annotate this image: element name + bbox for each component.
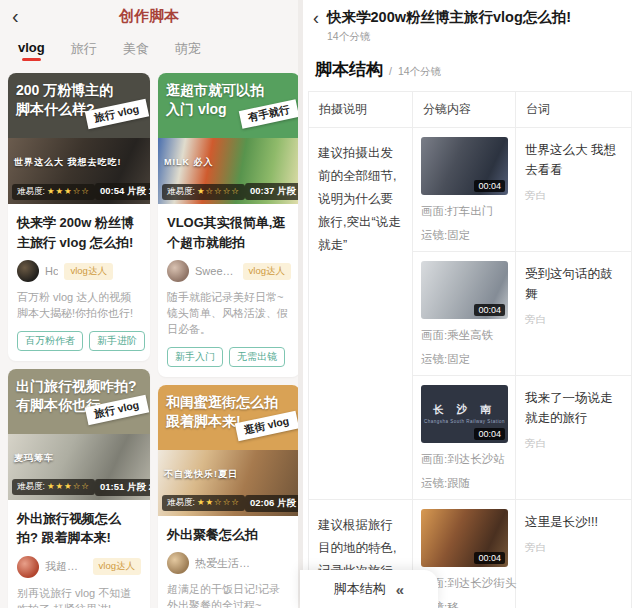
cover-title-line2: 脚本什么样? bbox=[16, 101, 95, 117]
category-tabs: vlog 旅行 美食 萌宠 bbox=[0, 32, 298, 67]
tab-vlog[interactable]: vlog bbox=[18, 40, 45, 61]
script-card-1[interactable]: 200 万粉博主的 脚本什么样? 旅行 vlog 世界这么大 我想去吃吃! 难易… bbox=[8, 73, 150, 361]
card-cover: 和闺蜜逛街怎么拍 跟着脚本来! 逛街 vlog 不自觉快乐!夏日 难易度:★★☆… bbox=[158, 385, 300, 516]
dialogue-type: 旁白 bbox=[525, 313, 622, 327]
timestamp-badge: 00:04 bbox=[474, 304, 505, 316]
tag-chip: 无需出镜 bbox=[229, 347, 285, 367]
dialogue-type: 旁白 bbox=[525, 541, 622, 555]
card-cover: 200 万粉博主的 脚本什么样? 旅行 vlog 世界这么大 我想去吃吃! 难易… bbox=[8, 73, 150, 204]
camera-label: 运镜:固定 bbox=[421, 352, 507, 367]
avatar bbox=[17, 260, 39, 282]
difficulty-pill: 难易度:★☆☆☆☆ bbox=[162, 184, 245, 200]
script-structure-collapse-button[interactable]: 脚本结构 « bbox=[300, 570, 438, 608]
photo-overlay-text: MILK 必入 bbox=[164, 156, 214, 169]
duration-pill: 02:06 片段 30 bbox=[245, 495, 300, 512]
card-description: 百万粉 vlog 达人的视频脚本大揭秘!你拍你也行! bbox=[17, 290, 141, 322]
camera-label: 运镜:固定 bbox=[421, 228, 507, 243]
cover-pill-row: 难易度:★★★☆☆ 00:54 片段 14 bbox=[12, 183, 146, 200]
star-rating: ★★★☆☆ bbox=[47, 481, 90, 491]
card-body: VLOG其实很简单,逛个超市就能拍 Sweetie甜橙... vlog达人 随手… bbox=[158, 204, 300, 377]
dialogue-text: 世界这么大 我想去看看 bbox=[525, 140, 622, 180]
tag-chips: 百万粉作者 新手进阶 bbox=[17, 331, 141, 351]
dialogue-cell: 这里是长沙!!! 旁白 bbox=[516, 499, 632, 608]
dialogue-cell: 世界这么大 我想去看看 旁白 bbox=[516, 127, 632, 251]
cover-pill-row: 难易度:★★☆☆☆ 02:06 片段 30 bbox=[162, 495, 296, 512]
collapse-button-label: 脚本结构 bbox=[334, 580, 386, 598]
cover-title-line1: 逛超市就可以拍 bbox=[166, 82, 264, 98]
timestamp-badge: 00:04 bbox=[474, 428, 505, 440]
tag-chips: 新手入门 无需出镜 bbox=[167, 347, 291, 367]
card-description: 随手就能记录美好日常~镜头简单、风格活泼、假日必备。 bbox=[167, 290, 291, 338]
vlog-expert-badge: vlog达人 bbox=[93, 558, 141, 575]
avatar bbox=[167, 260, 189, 282]
tab-food[interactable]: 美食 bbox=[123, 40, 149, 61]
card-grid: 200 万粉博主的 脚本什么样? 旅行 vlog 世界这么大 我想去吃吃! 难易… bbox=[0, 67, 298, 608]
table-header-row: 拍摄说明 分镜内容 台词 bbox=[309, 91, 632, 127]
column-header-shooting-notes: 拍摄说明 bbox=[309, 91, 413, 127]
column-header-shot-content: 分镜内容 bbox=[413, 91, 516, 127]
author-name: 热爱生活的猴子 bbox=[195, 556, 257, 571]
author-name: 我超爱吃烤鸭的 bbox=[45, 559, 87, 574]
station-sign-en: Changsha South Railway Station bbox=[424, 419, 505, 424]
section-heading: 脚本结构 / 14个分镜 bbox=[303, 44, 640, 91]
script-card-3[interactable]: 出门旅行视频咋拍? 有脚本你也行 旅行 vlog 麦玛筹车 难易度:★★★☆☆ … bbox=[8, 369, 150, 608]
difficulty-pill: 难易度:★★★☆☆ bbox=[12, 184, 95, 200]
script-detail-panel: ‹ 快来学200w粉丝博主旅行vlog怎么拍! 14个分镜 脚本结构 / 14个… bbox=[303, 0, 640, 608]
difficulty-pill: 难易度:★★☆☆☆ bbox=[162, 495, 245, 511]
script-card-4[interactable]: 和闺蜜逛街怎么拍 跟着脚本来! 逛街 vlog 不自觉快乐!夏日 难易度:★★☆… bbox=[158, 385, 300, 608]
cover-title-line2: 跟着脚本来! bbox=[166, 413, 241, 429]
author-row: Sweetie甜橙... vlog达人 bbox=[167, 260, 291, 282]
camera-label: 运镜:跟随 bbox=[421, 476, 507, 491]
author-row: Hc vlog达人 bbox=[17, 260, 141, 282]
tag-chip: 新手入门 bbox=[167, 347, 223, 367]
star-rating: ★★★☆☆ bbox=[47, 186, 90, 196]
detail-header: ‹ 快来学200w粉丝博主旅行vlog怎么拍! 14个分镜 bbox=[303, 0, 640, 44]
page-title: 创作脚本 bbox=[0, 7, 298, 26]
frame-label: 画面:到达长沙站 bbox=[421, 452, 507, 467]
card-cover: 逛超市就可以拍 入门 vlog 有手就行 MILK 必入 难易度:★☆☆☆☆ 0… bbox=[158, 73, 300, 204]
star-rating: ★★☆☆☆ bbox=[197, 497, 240, 507]
card-title: 外出旅行视频怎么拍? 跟着脚本来! bbox=[17, 509, 141, 548]
tab-travel[interactable]: 旅行 bbox=[71, 40, 97, 61]
shooting-note-cell: 建议拍摄出发前的全部细节,说明为什么要旅行,突出“说走就走” bbox=[309, 127, 413, 499]
author-row: 我超爱吃烤鸭的 vlog达人 bbox=[17, 556, 141, 578]
tag-chip: 新手进阶 bbox=[89, 331, 145, 351]
station-sign-cn: 长 沙 南 bbox=[433, 403, 495, 417]
cover-title-line2: 入门 vlog bbox=[166, 101, 227, 117]
section-title: 脚本结构 bbox=[315, 58, 383, 81]
duration-pill: 00:54 片段 14 bbox=[95, 183, 150, 200]
card-title: 外出聚餐怎么拍 bbox=[167, 525, 291, 545]
script-card-2[interactable]: 逛超市就可以拍 入门 vlog 有手就行 MILK 必入 难易度:★☆☆☆☆ 0… bbox=[158, 73, 300, 377]
section-separator: / bbox=[389, 65, 392, 77]
duration-pill: 00:37 片段 14 bbox=[245, 183, 300, 200]
script-library-panel: ‹ 创作脚本 vlog 旅行 美食 萌宠 200 万粉博主的 脚本什么样? 旅行… bbox=[0, 0, 303, 608]
cover-title-line1: 出门旅行视频咋拍? bbox=[16, 378, 137, 394]
back-icon[interactable]: ‹ bbox=[305, 8, 327, 30]
frame-label: 画面:乘坐高铁 bbox=[421, 328, 507, 343]
timestamp-badge: 00:04 bbox=[474, 552, 505, 564]
cover-pill-row: 难易度:★★★☆☆ 01:51 片段 29 bbox=[12, 479, 146, 496]
shot-thumbnail[interactable]: 长 沙 南 Changsha South Railway Station 00:… bbox=[421, 385, 508, 443]
shot-thumbnail[interactable]: 00:04 bbox=[421, 509, 508, 567]
author-name: Hc bbox=[45, 265, 58, 277]
grid-column-right: 逛超市就可以拍 入门 vlog 有手就行 MILK 必入 难易度:★☆☆☆☆ 0… bbox=[158, 73, 300, 608]
author-row: 热爱生活的猴子 bbox=[167, 552, 291, 574]
section-count: 14个分镜 bbox=[398, 65, 441, 79]
shot-thumbnail[interactable]: 00:04 bbox=[421, 137, 508, 195]
shot-cell: 长 沙 南 Changsha South Railway Station 00:… bbox=[413, 375, 516, 499]
avatar bbox=[167, 552, 189, 574]
tab-pets[interactable]: 萌宠 bbox=[175, 40, 201, 61]
card-cover: 出门旅行视频咋拍? 有脚本你也行 旅行 vlog 麦玛筹车 难易度:★★★☆☆ … bbox=[8, 369, 150, 500]
star-rating: ★☆☆☆☆ bbox=[197, 186, 240, 196]
detail-title: 快来学200w粉丝博主旅行vlog怎么拍! bbox=[327, 8, 571, 27]
library-header: ‹ 创作脚本 bbox=[0, 0, 298, 32]
storyboard-table: 拍摄说明 分镜内容 台词 建议拍摄出发前的全部细节,说明为什么要旅行,突出“说走… bbox=[308, 91, 632, 608]
app-window: ‹ 创作脚本 vlog 旅行 美食 萌宠 200 万粉博主的 脚本什么样? 旅行… bbox=[0, 0, 640, 608]
cover-title-line1: 200 万粉博主的 bbox=[16, 82, 113, 98]
card-title: VLOG其实很简单,逛个超市就能拍 bbox=[167, 213, 291, 252]
photo-overlay-text: 不自觉快乐!夏日 bbox=[164, 468, 238, 481]
dialogue-cell: 受到这句话的鼓舞 旁白 bbox=[516, 251, 632, 375]
shot-thumbnail[interactable]: 00:04 bbox=[421, 261, 508, 319]
photo-overlay-text: 世界这么大 我想去吃吃! bbox=[14, 156, 122, 169]
photo-overlay-text: 麦玛筹车 bbox=[14, 452, 54, 465]
